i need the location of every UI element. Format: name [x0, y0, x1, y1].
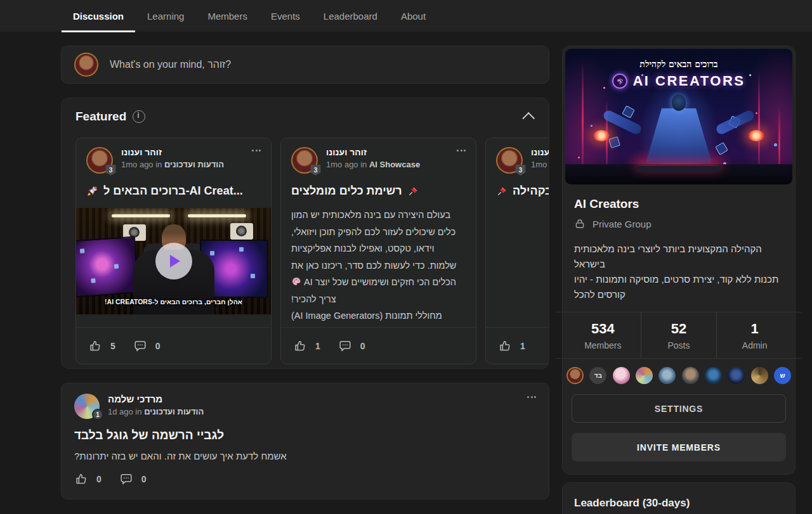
author-name[interactable]: זוהר וענונו — [531, 147, 549, 157]
info-icon[interactable] — [133, 110, 145, 123]
post-title[interactable]: בקהילה — [496, 184, 549, 198]
group-sidebar: ברוכים הבאים לקהילת AI CREATORS AI Creat… — [562, 46, 796, 514]
stat-posts[interactable]: 52 Posts — [641, 312, 717, 358]
post-composer[interactable]: What's on your mind, זוהר? — [61, 46, 549, 84]
play-button[interactable] — [155, 243, 192, 279]
like-count: 1 — [520, 341, 525, 351]
post-body: למעלה? היכנס ל עמוד התכנים שיש לקבל תשוב… — [496, 207, 549, 326]
stat-members[interactable]: 534 Members — [565, 312, 641, 358]
like-count: 5 — [110, 341, 115, 351]
body-line: התכנים שיש — [496, 241, 549, 258]
featured-card-community[interactable]: 3 זוהר וענונו 1mo בקהילה למעלה? היכנס ל — [485, 138, 549, 364]
top-nav: Discussion Learning Members Events Leade… — [0, 0, 812, 32]
palette-emoji — [291, 276, 301, 286]
group-info: AI Creators Private Group הקהילה המקצועי… — [565, 184, 792, 302]
avatar — [74, 53, 98, 77]
member-avatar[interactable] — [613, 367, 630, 384]
settings-button[interactable]: SETTINGS — [572, 394, 786, 423]
author-name[interactable]: זוהר וענונו — [326, 147, 420, 157]
banner-brand-text: AI CREATORS — [632, 73, 745, 89]
card-header: 3 זוהר וענונו 1mo ago in AI Showcase — [281, 138, 476, 174]
group-description: הקהילה המקצועית ביותר ליוצרי בינה מלאכות… — [574, 241, 783, 302]
member-avatar[interactable]: ש — [774, 367, 791, 384]
lock-icon — [574, 218, 586, 229]
featured-card-welcome[interactable]: 3 זוהר וענונו 1mo ago in הודעות ועדכונים… — [75, 138, 272, 364]
post-category[interactable]: הודעות ועדכונים — [144, 407, 204, 416]
member-avatar[interactable] — [566, 367, 584, 384]
group-banner[interactable]: ברוכים הבאים לקהילת AI CREATORS — [565, 49, 792, 184]
post-title[interactable]: לגביי הרשמה של גוגל בלבד — [74, 428, 536, 442]
comment-icon[interactable] — [133, 339, 147, 353]
post-category[interactable]: AI Showcase — [369, 160, 420, 169]
member-avatar[interactable] — [728, 367, 745, 384]
like-icon[interactable] — [498, 339, 512, 353]
tab-leaderboard[interactable]: Leaderboard — [324, 0, 377, 32]
member-avatar[interactable] — [658, 367, 676, 384]
member-avatar[interactable] — [636, 367, 653, 384]
featured-cards-row: 3 זוהר וענונו 1mo ago in הודעות ועדכונים… — [75, 138, 549, 364]
post-body: בעולם היצירה עם בינה מלאכותית יש המון כל… — [291, 207, 466, 324]
more-options-icon[interactable] — [457, 147, 466, 174]
body-line: ניתן — [496, 292, 549, 309]
group-name: AI Creators — [574, 197, 783, 211]
like-icon[interactable] — [74, 472, 88, 486]
like-icon[interactable] — [293, 339, 307, 353]
body-line: לקבל תשובות — [496, 258, 549, 275]
leaderboard-title: Leaderboard (30-days) — [574, 497, 783, 510]
author-name[interactable]: מרדכי שלמה — [108, 394, 204, 404]
post-title[interactable]: רשימת כלים מומלצים — [291, 184, 466, 198]
tab-about[interactable]: About — [401, 0, 426, 32]
like-count: 1 — [315, 341, 320, 351]
member-avatar[interactable] — [682, 367, 699, 384]
chevron-up-icon[interactable] — [522, 112, 535, 125]
video-thumbnail[interactable]: אהלן חברים, ברוכים הבאים ל-AI CREATORS! — [76, 208, 271, 314]
post-meta: 1mo ago in הודעות ועדכונים — [121, 160, 224, 169]
stat-label: Members — [565, 340, 641, 350]
more-options-icon[interactable] — [252, 147, 261, 174]
monitor-left — [76, 236, 139, 298]
featured-card-tools[interactable]: 3 זוהר וענונו 1mo ago in AI Showcase רשי… — [280, 138, 476, 364]
post-category[interactable]: הודעות ועדכונים — [164, 160, 224, 169]
avatar-wrap: 3 — [496, 147, 523, 174]
invite-members-button[interactable]: INVITE MEMBERS — [572, 433, 786, 461]
post-meta: 1mo ago in AI Showcase — [326, 160, 420, 169]
video-caption: אהלן חברים, ברוכים הבאים ל-AI CREATORS! — [76, 298, 271, 305]
post-title[interactable]: ברוכים הבאים ל-AI Creat... — [86, 184, 261, 198]
tab-learning[interactable]: Learning — [147, 0, 184, 32]
post-title-text: בקהילה — [513, 184, 549, 198]
member-avatar[interactable]: בד — [589, 367, 606, 384]
stat-admins[interactable]: 1 Admin — [716, 312, 792, 358]
stat-value: 534 — [565, 321, 641, 337]
description-line: הקהילה המקצועית ביותר ליוצרי בינה מלאכות… — [574, 241, 783, 272]
more-options-icon[interactable] — [527, 394, 536, 419]
tab-discussion[interactable]: Discussion — [73, 0, 124, 32]
banner-welcome-text: ברוכים הבאים לקהילת — [565, 59, 792, 70]
post-title-text: רשימת כלים מומלצים — [291, 184, 402, 198]
member-avatar[interactable] — [705, 367, 722, 384]
author-name[interactable]: זוהר וענונו — [121, 147, 224, 157]
card-header: 3 זוהר וענונו 1mo ago in הודעות ועדכונים — [76, 138, 271, 174]
avatar-wrap: 3 — [86, 147, 113, 174]
tab-members[interactable]: Members — [207, 0, 247, 32]
figure-head — [672, 94, 686, 111]
comment-icon[interactable] — [338, 339, 352, 353]
member-avatar[interactable] — [751, 367, 768, 384]
ceiling-light — [188, 214, 246, 217]
post-time: 1mo ago in — [121, 160, 162, 169]
composer-placeholder: What's on your mind, זוהר? — [110, 59, 231, 70]
card-footer: 1 0 — [281, 327, 476, 364]
stat-value: 1 — [717, 321, 792, 337]
body-text: צריך להכיר! — [291, 294, 336, 304]
body-text: בעולם היצירה עם בינה מלאכותית יש המון כל… — [291, 210, 456, 287]
body-line: למעלה? — [496, 207, 549, 224]
comment-icon[interactable] — [119, 472, 133, 486]
post-time: 1d ago in — [108, 407, 142, 416]
feed-post[interactable]: 1 מרדכי שלמה 1d ago in הודעות ועדכונים ל… — [61, 383, 549, 499]
like-icon[interactable] — [88, 339, 102, 353]
description-line: תכנות ללא קוד, יצירת סרטים, מוסיקה ותמונ… — [574, 272, 783, 302]
main-feed-column: What's on your mind, זוהר? Featured 3 — [61, 46, 549, 499]
tab-events[interactable]: Events — [271, 0, 300, 32]
pushpin-emoji — [496, 186, 508, 197]
level-badge: 3 — [105, 164, 116, 176]
card-footer: 5 0 — [76, 327, 271, 364]
